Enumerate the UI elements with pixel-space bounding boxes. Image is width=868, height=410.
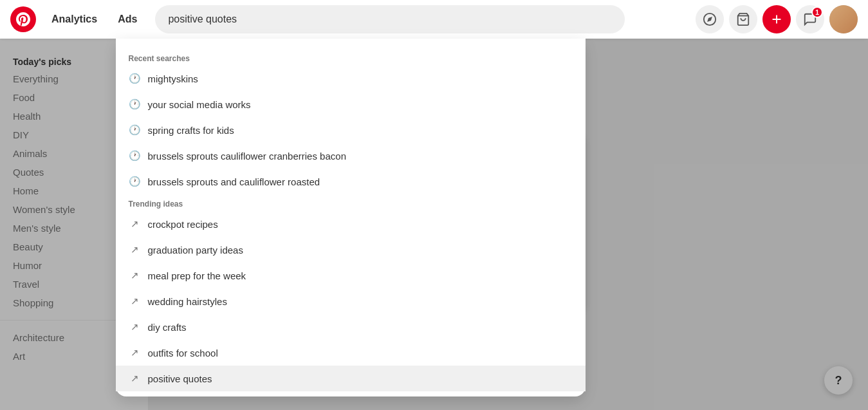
recent-item-1[interactable]: 🕐 your social media works <box>116 91 586 117</box>
trending-item-5[interactable]: ↗ outfits for school <box>116 340 586 366</box>
trending-ideas-label: Trending ideas <box>116 194 586 211</box>
recent-item-2[interactable]: 🕐 spring crafts for kids <box>116 117 586 143</box>
trending-item-4[interactable]: ↗ diy crafts <box>116 314 586 340</box>
trending-icon-3: ↗ <box>129 295 142 308</box>
add-icon-btn[interactable] <box>762 5 791 33</box>
main-nav: Analytics Ads <box>44 8 145 30</box>
trending-icon-5: ↗ <box>129 346 142 359</box>
shopping-icon-btn[interactable] <box>729 5 757 33</box>
nav-analytics[interactable]: Analytics <box>44 8 105 30</box>
messages-icon-btn[interactable]: 1 <box>796 5 824 33</box>
search-input[interactable] <box>155 5 625 33</box>
shopping-icon <box>736 12 750 26</box>
search-dropdown: Recent searches 🕐 mightyskins 🕐 your soc… <box>116 39 586 396</box>
recent-item-0[interactable]: 🕐 mightyskins <box>116 66 586 91</box>
trending-icon-6: ↗ <box>129 372 142 385</box>
trending-icon-2: ↗ <box>129 269 142 282</box>
avatar-image <box>829 5 858 33</box>
user-avatar[interactable] <box>829 5 858 33</box>
trending-item-2[interactable]: ↗ meal prep for the week <box>116 263 586 288</box>
add-icon <box>770 12 784 26</box>
trending-icon-4: ↗ <box>129 321 142 333</box>
recent-item-4[interactable]: 🕐 brussels sprouts and cauliflower roast… <box>116 169 586 194</box>
header-icons: 1 <box>696 5 858 33</box>
nav-ads[interactable]: Ads <box>110 8 145 30</box>
trending-item-6[interactable]: ↗ positive quotes <box>116 366 586 391</box>
trending-icon-1: ↗ <box>129 243 142 256</box>
search-container <box>155 5 625 33</box>
svg-marker-1 <box>707 17 712 22</box>
header: Analytics Ads 1 <box>0 0 868 39</box>
trending-item-3[interactable]: ↗ wedding hairstyles <box>116 288 586 314</box>
clock-icon-1: 🕐 <box>129 98 142 111</box>
explore-icon-btn[interactable] <box>696 5 724 33</box>
pinterest-logo[interactable] <box>10 6 36 32</box>
clock-icon-2: 🕐 <box>129 124 142 136</box>
clock-icon-4: 🕐 <box>129 175 142 188</box>
notification-badge: 1 <box>811 6 823 18</box>
trending-icon-0: ↗ <box>129 218 142 230</box>
recent-item-3[interactable]: 🕐 brussels sprouts cauliflower cranberri… <box>116 143 586 169</box>
trending-item-1[interactable]: ↗ graduation party ideas <box>116 237 586 263</box>
explore-icon <box>703 12 717 26</box>
recent-searches-label: Recent searches <box>116 49 586 66</box>
clock-icon-3: 🕐 <box>129 149 142 162</box>
clock-icon: 🕐 <box>129 72 142 85</box>
trending-item-0[interactable]: ↗ crockpot recipes <box>116 211 586 237</box>
